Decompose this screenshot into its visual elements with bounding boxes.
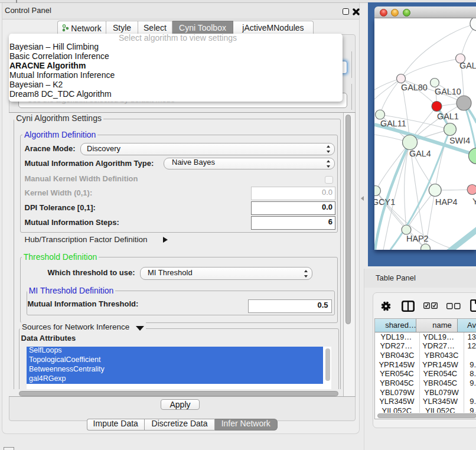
svg-text:GAL10: GAL10 [435, 87, 461, 96]
svg-text:SWI4: SWI4 [449, 136, 470, 145]
svg-text:YJ: YJ [472, 197, 476, 206]
svg-text:GCY1: GCY1 [374, 197, 395, 207]
svg-text:GAL4: GAL4 [409, 149, 431, 158]
svg-text:GAL1: GAL1 [437, 112, 459, 121]
svg-text:GAL80: GAL80 [401, 83, 428, 92]
svg-text:HAP4: HAP4 [435, 197, 458, 207]
svg-text:HAP2: HAP2 [406, 234, 429, 243]
svg-text:GAL11: GAL11 [380, 119, 406, 128]
svg-text:GAL8: GAL8 [459, 61, 476, 70]
